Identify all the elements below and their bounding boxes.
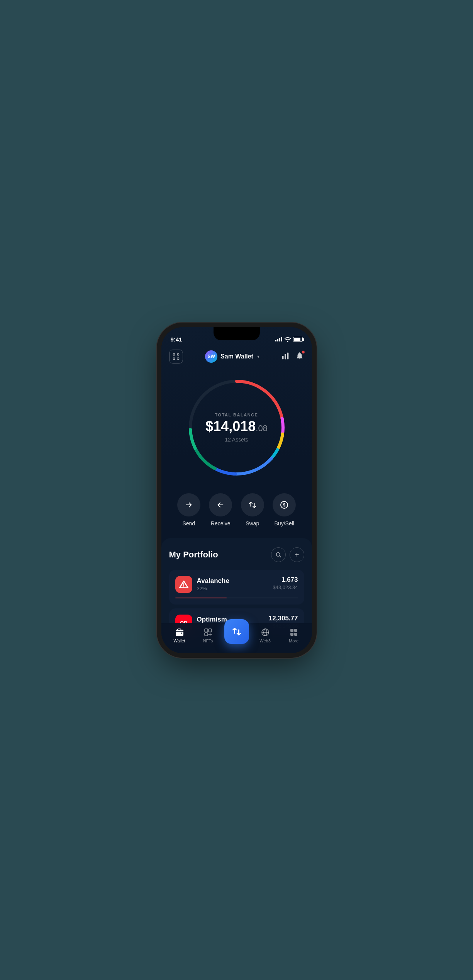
add-asset-button[interactable] (290, 547, 304, 562)
bell-button[interactable] (295, 352, 304, 362)
swap-button[interactable]: Swap (241, 493, 264, 527)
search-button[interactable] (271, 547, 286, 562)
notification-badge (302, 350, 305, 354)
balance-whole: $14,018 (205, 418, 256, 434)
svg-rect-9 (287, 352, 289, 359)
send-icon (185, 501, 193, 509)
nav-nfts[interactable]: NFTs (194, 628, 222, 643)
chevron-down-icon: ▾ (257, 354, 259, 359)
send-label: Send (182, 520, 195, 527)
balance-cents: .08 (256, 423, 268, 433)
notch (214, 327, 260, 340)
balance-section: TOTAL BALANCE $14,018.08 12 Assets (161, 370, 312, 489)
scan-icon (172, 353, 180, 360)
svg-point-21 (276, 552, 280, 556)
svg-rect-35 (290, 629, 293, 632)
nfts-nav-label: NFTs (203, 639, 213, 643)
status-icons (275, 337, 303, 342)
svg-point-28 (181, 632, 182, 634)
receive-icon (216, 501, 225, 509)
buysell-label: Buy/Sell (275, 520, 294, 527)
nfts-icon (203, 628, 213, 637)
portfolio-header: My Portfolio (169, 547, 304, 562)
battery-icon (293, 337, 303, 342)
buysell-button[interactable]: $ Buy/Sell (273, 493, 296, 527)
scan-button[interactable] (169, 350, 183, 363)
svg-rect-1 (177, 353, 179, 355)
send-button[interactable]: Send (177, 493, 200, 527)
portfolio-actions (271, 547, 304, 562)
receive-label: Receive (211, 520, 231, 527)
avax-icon (179, 579, 189, 589)
svg-point-27 (183, 586, 184, 588)
plus-icon (294, 552, 300, 558)
avax-value: $43,023.34 (273, 584, 298, 590)
receive-button[interactable]: Receive (209, 493, 232, 527)
header-actions (281, 352, 304, 362)
balance-display: TOTAL BALANCE $14,018.08 12 Assets (205, 413, 268, 443)
assets-count: 12 Assets (205, 436, 268, 443)
web3-nav-label: Web3 (259, 639, 271, 643)
wifi-icon (285, 337, 291, 342)
asset-card-avax[interactable]: Avalanche 32% 1.673 $43,023.34 (169, 570, 304, 605)
op-amount: 12,305.77 (269, 615, 298, 622)
svg-line-22 (280, 556, 281, 557)
swap-icon (248, 501, 257, 509)
nav-center[interactable] (222, 627, 251, 644)
avax-name: Avalanche (197, 577, 229, 585)
svg-rect-36 (294, 629, 297, 632)
nav-wallet[interactable]: Wallet (165, 628, 194, 643)
avax-progress-bar (175, 598, 298, 598)
header: SW Sam Wallet ▾ (161, 346, 312, 370)
svg-rect-38 (294, 633, 297, 636)
more-nav-label: More (289, 639, 298, 643)
avax-logo (175, 576, 192, 593)
battery-fill (294, 338, 301, 341)
chart-icon (281, 352, 290, 360)
phone-screen: 9:41 (161, 327, 312, 653)
action-buttons: Send Receive Swap (161, 489, 312, 538)
avatar: SW (205, 350, 217, 363)
nav-more[interactable]: More (280, 628, 308, 643)
status-time: 9:41 (171, 336, 182, 343)
swap-label: Swap (246, 520, 259, 527)
arrows-icon (232, 627, 242, 637)
svg-text:$: $ (283, 503, 285, 507)
balance-label: TOTAL BALANCE (205, 413, 268, 417)
wallet-nav-label: Wallet (173, 639, 185, 643)
svg-rect-31 (205, 633, 208, 636)
svg-rect-0 (173, 353, 175, 355)
web3-icon (261, 628, 270, 637)
chart-button[interactable] (281, 352, 290, 362)
svg-rect-29 (205, 629, 208, 632)
bottom-navigation: Wallet NFTs (161, 623, 312, 653)
svg-rect-37 (290, 633, 293, 636)
svg-rect-7 (282, 356, 284, 359)
nav-web3[interactable]: Web3 (251, 628, 280, 643)
phone-frame: 9:41 (161, 327, 312, 653)
more-icon (289, 628, 298, 637)
svg-rect-30 (209, 629, 212, 632)
wallet-icon (175, 628, 184, 637)
signal-bars-icon (275, 337, 282, 341)
search-icon (275, 552, 281, 558)
balance-amount: $14,018.08 (205, 420, 268, 433)
svg-rect-8 (285, 354, 287, 359)
center-action-button[interactable] (224, 619, 249, 644)
portfolio-title: My Portfolio (169, 550, 218, 560)
account-selector[interactable]: SW Sam Wallet ▾ (205, 350, 259, 363)
avax-amount: 1.673 (273, 576, 298, 584)
buysell-icon: $ (280, 500, 289, 510)
avax-percent: 32% (197, 586, 229, 591)
svg-rect-2 (173, 358, 175, 359)
user-name: Sam Wallet (220, 353, 253, 360)
avax-progress-fill (175, 598, 227, 598)
balance-ring: TOTAL BALANCE $14,018.08 12 Assets (183, 374, 291, 482)
